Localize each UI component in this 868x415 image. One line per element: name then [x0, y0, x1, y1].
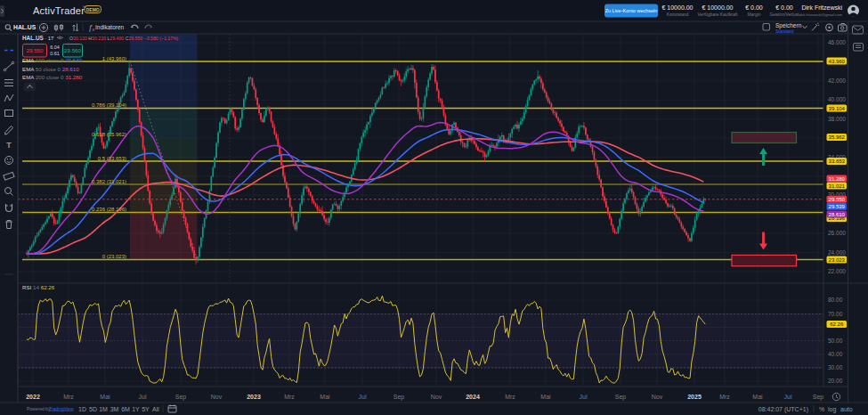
svg-text:0.618 (35.962): 0.618 (35.962) — [92, 132, 126, 137]
svg-text:2025: 2025 — [687, 394, 702, 400]
svg-text:auto: auto — [840, 406, 853, 412]
svg-text:log: log — [828, 406, 836, 413]
svg-text:€ 10000.00: € 10000.00 — [661, 4, 693, 11]
svg-text:Nov: Nov — [431, 394, 442, 400]
svg-text:Sep: Sep — [615, 394, 627, 401]
svg-text:0.786 (39.104): 0.786 (39.104) — [92, 102, 126, 108]
svg-text:Margin: Margin — [748, 12, 761, 17]
svg-text:0.5 (33.653): 0.5 (33.653) — [98, 156, 126, 161]
svg-text:Mrz: Mrz — [719, 394, 730, 400]
svg-text:Indikatoren: Indikatoren — [95, 24, 125, 30]
svg-text:Mai: Mai — [100, 394, 110, 400]
svg-text:29.539: 29.539 — [829, 204, 846, 209]
svg-text:1M: 1M — [99, 406, 108, 412]
svg-text:Dirk Fritzewski: Dirk Fritzewski — [802, 4, 843, 11]
svg-text:31.280: 31.280 — [829, 176, 846, 182]
svg-text:80.00: 80.00 — [828, 297, 843, 303]
svg-text:Standard: Standard — [775, 28, 794, 34]
svg-text:29.560: 29.560 — [64, 47, 81, 53]
svg-text:Mai: Mai — [540, 394, 551, 400]
svg-text:Nov: Nov — [652, 394, 663, 400]
svg-text:62.26: 62.26 — [830, 321, 844, 327]
svg-text:26.000: 26.000 — [828, 230, 846, 236]
svg-text:1D: 1D — [78, 406, 86, 412]
svg-text:Powered by: Powered by — [27, 406, 51, 411]
svg-text:23.023: 23.023 — [829, 257, 846, 263]
svg-text:DEMO: DEMO — [86, 7, 100, 12]
svg-text:0.382 (31.021): 0.382 (31.021) — [92, 179, 126, 184]
svg-text:EMA 50 close 0 28.610: EMA 50 close 0 28.610 — [22, 66, 79, 72]
svg-text:Kontostand: Kontostand — [667, 12, 689, 17]
svg-text:Sep: Sep — [393, 394, 405, 401]
svg-text:42.000: 42.000 — [828, 77, 846, 84]
svg-text:Zu Live-Konto wechseln: Zu Live-Konto wechseln — [605, 8, 658, 13]
svg-text:5D: 5D — [89, 406, 97, 412]
svg-text:38.000: 38.000 — [828, 116, 846, 122]
svg-text:0.236 (28.196): 0.236 (28.196) — [92, 207, 126, 212]
svg-text:€ 0.00: € 0.00 — [745, 4, 763, 11]
svg-text:· 1T: · 1T — [45, 36, 54, 41]
svg-text:Jul: Jul — [580, 394, 588, 400]
svg-text:T: T — [6, 141, 12, 150]
svg-text:ActivTrader: ActivTrader — [33, 5, 85, 16]
svg-text:46.000: 46.000 — [828, 39, 846, 45]
svg-text:€ 0.00: € 0.00 — [775, 4, 793, 11]
svg-text:3M: 3M — [110, 406, 119, 412]
svg-text:43.960: 43.960 — [829, 59, 846, 64]
svg-text:Sep: Sep — [813, 394, 824, 401]
svg-text:33.653: 33.653 — [829, 159, 846, 164]
svg-text:5Y: 5Y — [142, 406, 150, 412]
svg-text:EMA 100 close 0 29.539: EMA 100 close 0 29.539 — [22, 57, 83, 63]
svg-text:TradingView: TradingView — [49, 406, 74, 411]
svg-text:Nov: Nov — [211, 394, 223, 400]
svg-text:%: % — [819, 406, 824, 412]
svg-text:Jul: Jul — [139, 394, 147, 400]
svg-text:Gewinn/Verlust: Gewinn/Verlust — [770, 12, 800, 17]
svg-text:30.00: 30.00 — [828, 364, 843, 370]
svg-text:39.104: 39.104 — [829, 106, 846, 111]
svg-text:40.00: 40.00 — [828, 351, 843, 357]
svg-text:HAL.US: HAL.US — [22, 35, 45, 41]
svg-text:24.000: 24.000 — [828, 249, 846, 256]
svg-text:70.00: 70.00 — [828, 311, 843, 317]
svg-text:08:42:07 (UTC+1): 08:42:07 (UTC+1) — [758, 406, 808, 413]
svg-text:Mrz: Mrz — [63, 394, 74, 400]
svg-text:6.04: 6.04 — [50, 45, 60, 50]
svg-text:29.550: 29.550 — [829, 197, 846, 202]
svg-text:35.962: 35.962 — [829, 134, 846, 140]
svg-text:O30.120 H30.220 L29.490 C29.55: O30.120 H30.220 L29.490 C29.550 −3.580 (… — [69, 36, 179, 41]
svg-text:22.000: 22.000 — [828, 268, 846, 274]
svg-text:EMA 200 close 0 31.280: EMA 200 close 0 31.280 — [22, 74, 83, 80]
svg-text:20.00: 20.00 — [828, 378, 843, 384]
svg-text:Mai: Mai — [320, 394, 330, 400]
svg-text:Jul: Jul — [359, 394, 367, 400]
svg-text:Verfügbare Kaufkraft: Verfügbare Kaufkraft — [698, 12, 738, 17]
svg-text:2022: 2022 — [26, 394, 40, 400]
svg-text:Sep: Sep — [175, 394, 187, 401]
svg-text:€ 10000.00: € 10000.00 — [702, 4, 733, 11]
svg-text:29.550: 29.550 — [27, 47, 44, 53]
svg-text:31.021: 31.021 — [829, 183, 846, 189]
svg-text:Mrz: Mrz — [284, 394, 295, 400]
svg-text:RSI 14 62.26: RSI 14 62.26 — [22, 284, 55, 290]
svg-text:0.61: 0.61 — [50, 51, 60, 56]
svg-text:1 (43.960): 1 (43.960) — [102, 56, 126, 61]
svg-text:40.000: 40.000 — [828, 96, 846, 102]
svg-text:Mai: Mai — [752, 394, 763, 400]
svg-text:2024: 2024 — [466, 394, 480, 400]
svg-text:x: x — [92, 27, 95, 32]
svg-text:50.00: 50.00 — [828, 338, 843, 344]
svg-text:HAL.US: HAL.US — [13, 24, 37, 30]
svg-text:Jul: Jul — [784, 394, 792, 400]
svg-text:dirk.fritzewski@gmail.com: dirk.fritzewski@gmail.com — [799, 12, 843, 17]
svg-text:Mrz: Mrz — [505, 394, 515, 400]
svg-text:2023: 2023 — [247, 394, 261, 400]
svg-text:1Y: 1Y — [132, 406, 140, 412]
svg-text:28.610: 28.610 — [829, 212, 846, 217]
svg-text:0 (23.023): 0 (23.023) — [102, 254, 126, 259]
svg-text:6M: 6M — [121, 406, 130, 412]
svg-text:All: All — [152, 406, 159, 412]
